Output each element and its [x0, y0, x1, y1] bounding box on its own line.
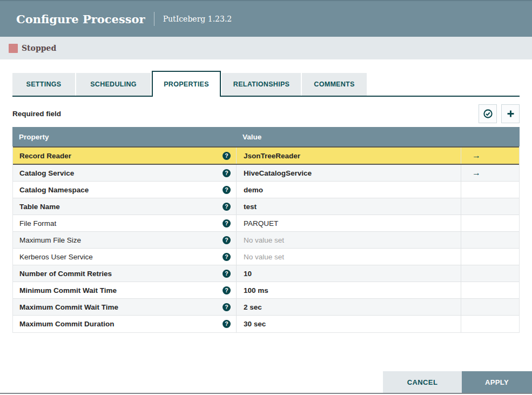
column-header-property: Property: [12, 133, 236, 141]
cancel-button[interactable]: CANCEL: [383, 371, 462, 393]
goto-service-arrow-icon[interactable]: →: [472, 169, 481, 177]
property-name: Number of Commit Retries: [19, 270, 112, 278]
property-actions-cell: [461, 265, 519, 282]
tab-relationships[interactable]: RELATIONSHIPS: [222, 73, 301, 96]
property-value-cell[interactable]: JsonTreeReader: [236, 148, 461, 164]
help-icon[interactable]: ?: [223, 203, 231, 211]
property-row: Minimum Commit Wait Time?100 ms: [13, 282, 519, 299]
property-name: Catalog Service: [19, 169, 74, 177]
property-name-cell: Maximum Commit Duration?: [13, 316, 236, 332]
property-actions-cell: [461, 182, 519, 198]
tab-underline: [12, 96, 520, 97]
property-name-cell: Maximum File Size?: [13, 232, 236, 248]
property-row: Kerberos User Service?No value set: [13, 249, 519, 265]
plus-icon: [506, 109, 516, 119]
tab-bar: SETTINGSSCHEDULINGPROPERTIESRELATIONSHIP…: [12, 73, 367, 96]
apply-button[interactable]: APPLY: [462, 371, 532, 393]
property-row: Catalog Service?HiveCatalogService→: [13, 165, 519, 182]
property-value-cell[interactable]: PARQUET: [236, 215, 461, 231]
help-icon[interactable]: ?: [223, 219, 231, 227]
tab-settings[interactable]: SETTINGS: [12, 73, 75, 96]
property-value-cell[interactable]: HiveCatalogService: [236, 165, 461, 181]
properties-table: Property Value Record Reader?JsonTreeRea…: [12, 127, 520, 333]
property-name-cell: Minimum Commit Wait Time?: [13, 282, 236, 298]
property-row: Record Reader?JsonTreeReader→: [13, 146, 519, 165]
check-circle-icon: [483, 109, 493, 119]
required-field-label: Required field: [12, 110, 61, 118]
property-actions-cell: [461, 282, 519, 298]
dialog-title: Configure Processor: [16, 12, 145, 26]
tab-comments[interactable]: COMMENTS: [302, 73, 367, 96]
property-value-cell[interactable]: 2 sec: [236, 299, 461, 315]
property-actions-cell: [461, 316, 519, 332]
status-bar: Stopped: [0, 37, 532, 59]
property-row: Maximum Commit Wait Time?2 sec: [13, 299, 519, 316]
property-row: Catalog Namespace?demo: [13, 182, 519, 198]
property-actions-cell: [461, 232, 519, 248]
property-value-cell[interactable]: demo: [236, 182, 461, 198]
property-name: Kerberos User Service: [19, 253, 93, 261]
help-icon[interactable]: ?: [223, 236, 231, 244]
property-name-cell: Catalog Namespace?: [13, 182, 236, 198]
property-name-cell: File Format?: [13, 215, 236, 231]
property-row: Table Name?test: [13, 198, 519, 215]
table-header: Property Value: [12, 127, 520, 146]
property-value-cell[interactable]: test: [236, 198, 461, 215]
help-icon[interactable]: ?: [223, 253, 231, 261]
property-value-cell[interactable]: 10: [236, 265, 461, 282]
column-header-value: Value: [236, 133, 461, 141]
help-icon[interactable]: ?: [223, 152, 231, 160]
property-name: Maximum Commit Duration: [19, 320, 115, 328]
help-icon[interactable]: ?: [223, 320, 231, 328]
property-name-cell: Kerberos User Service?: [13, 249, 236, 265]
property-actions-cell: [461, 198, 519, 215]
property-value-cell[interactable]: 100 ms: [236, 282, 461, 298]
property-actions-cell: [461, 249, 519, 265]
stopped-status-icon: [9, 44, 18, 53]
property-actions-cell: [461, 299, 519, 315]
title-divider: [154, 12, 154, 26]
property-row: Number of Commit Retries?10: [13, 265, 519, 282]
property-actions-cell: [461, 215, 519, 231]
verify-properties-button[interactable]: [479, 104, 497, 123]
property-value-cell[interactable]: No value set: [236, 232, 461, 248]
help-icon[interactable]: ?: [223, 186, 231, 194]
property-name: Maximum File Size: [19, 236, 81, 244]
property-row: Maximum Commit Duration?30 sec: [13, 316, 519, 332]
property-name: Catalog Namespace: [19, 186, 89, 194]
property-actions-cell: →: [461, 165, 519, 181]
property-name: Table Name: [19, 203, 60, 211]
property-name: Minimum Commit Wait Time: [19, 286, 117, 294]
properties-toolbar: Required field: [12, 104, 520, 123]
goto-service-arrow-icon[interactable]: →: [472, 151, 481, 160]
add-property-button[interactable]: [501, 104, 520, 123]
tab-scheduling[interactable]: SCHEDULING: [76, 73, 151, 96]
property-name: Record Reader: [19, 152, 71, 160]
property-name-cell: Table Name?: [13, 198, 236, 215]
tab-properties[interactable]: PROPERTIES: [152, 71, 221, 97]
property-name: File Format: [19, 219, 56, 227]
help-icon[interactable]: ?: [223, 303, 231, 311]
property-name-cell: Number of Commit Retries?: [13, 265, 236, 282]
property-name-cell: Maximum Commit Wait Time?: [13, 299, 236, 315]
dialog-header: Configure Processor PutIceberg 1.23.2: [0, 0, 532, 37]
property-name: Maximum Commit Wait Time: [19, 303, 118, 311]
property-value-cell[interactable]: 30 sec: [236, 316, 461, 332]
property-row: File Format?PARQUET: [13, 215, 519, 232]
help-icon[interactable]: ?: [223, 286, 231, 294]
dialog-footer: CANCEL APPLY: [383, 371, 532, 393]
dialog-bottom-edge: [0, 393, 532, 394]
processor-name-version: PutIceberg 1.23.2: [163, 15, 232, 23]
property-actions: [479, 104, 520, 123]
property-name-cell: Record Reader?: [13, 148, 236, 164]
property-value-cell[interactable]: No value set: [236, 249, 461, 265]
property-actions-cell: →: [461, 148, 519, 164]
help-icon[interactable]: ?: [223, 169, 231, 177]
property-row: Maximum File Size?No value set: [13, 232, 519, 249]
table-body: Record Reader?JsonTreeReader→Catalog Ser…: [12, 146, 520, 333]
configure-processor-dialog: Configure Processor PutIceberg 1.23.2 St…: [0, 0, 532, 395]
help-icon[interactable]: ?: [223, 270, 231, 278]
status-label: Stopped: [22, 44, 56, 52]
property-name-cell: Catalog Service?: [13, 165, 236, 181]
